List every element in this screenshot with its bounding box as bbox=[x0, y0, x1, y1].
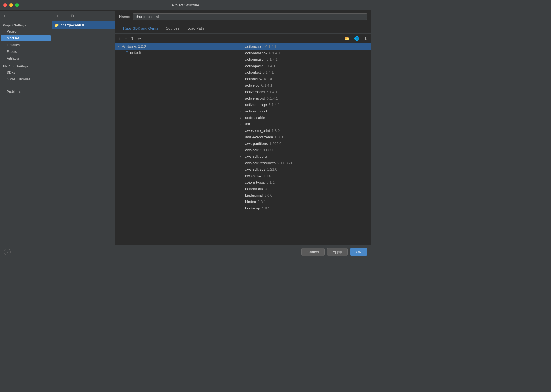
browser-icon[interactable]: 🌐 bbox=[353, 35, 361, 42]
tree-expand-arrow: ▾ bbox=[118, 45, 121, 48]
traffic-lights bbox=[3, 3, 19, 7]
gem-version: 2.11.350 bbox=[260, 148, 275, 152]
gem-item[interactable]: aws-sdk2.11.350 bbox=[236, 147, 371, 153]
gem-item[interactable]: ›ast bbox=[236, 121, 371, 127]
tree-remove-button[interactable]: − bbox=[123, 35, 128, 41]
gem-item[interactable]: activerecord6.1.4.1 bbox=[236, 95, 371, 102]
module-tree: + − ⇕ ⇔ ▾ ⊙ rbenv: 3.0.2 ☑ default bbox=[115, 34, 236, 245]
gem-version: 2.11.350 bbox=[277, 161, 292, 165]
gem-item[interactable]: actionmailer6.1.4.1 bbox=[236, 56, 371, 63]
tree-settings-button[interactable]: ⇔ bbox=[136, 35, 142, 42]
gem-item[interactable]: ›aws-sdk-core bbox=[236, 153, 371, 160]
tree-toolbar: + − ⇕ ⇔ bbox=[115, 34, 236, 43]
gem-name: actionmailbox bbox=[245, 51, 268, 55]
gem-item[interactable]: ›activesupport bbox=[236, 108, 371, 114]
gem-version: 1.0.3 bbox=[275, 135, 283, 139]
gem-item[interactable]: aws-sdk-sqs1.21.0 bbox=[236, 166, 371, 173]
sidebar-item-facets[interactable]: Facets bbox=[1, 49, 51, 55]
gem-name: addressable bbox=[245, 116, 265, 120]
gem-item[interactable]: aws-eventstream1.0.3 bbox=[236, 134, 371, 140]
gem-name: axiom-types bbox=[245, 180, 265, 184]
copy-module-button[interactable]: ⧉ bbox=[69, 13, 75, 19]
gem-expand-arrow: › bbox=[240, 123, 243, 126]
gem-item[interactable]: activemodel6.1.4.1 bbox=[236, 89, 371, 95]
name-input[interactable] bbox=[133, 13, 367, 20]
tree-item-rbenv[interactable]: ▾ ⊙ rbenv: 3.0.2 bbox=[115, 43, 236, 50]
sdk-label: rbenv: 3.0.2 bbox=[127, 44, 146, 49]
module-item-charge-central[interactable]: 📁 charge-central bbox=[52, 21, 115, 29]
subitem-label: default bbox=[130, 51, 141, 55]
gem-item[interactable]: axiom-types0.1.1 bbox=[236, 179, 371, 186]
gem-item[interactable]: actionview6.1.4.1 bbox=[236, 76, 371, 82]
gem-item[interactable]: aws-sdk-resources2.11.350 bbox=[236, 160, 371, 166]
gem-version: 1.8.0 bbox=[272, 129, 280, 133]
tab-ruby-sdk[interactable]: Ruby SDK and Gems bbox=[119, 24, 162, 33]
gem-version: 6.1.4.1 bbox=[265, 44, 277, 49]
gem-version: 0.1.1 bbox=[267, 180, 275, 184]
gem-version: 6.1.4.1 bbox=[263, 70, 274, 75]
back-arrow[interactable]: ‹ bbox=[3, 13, 6, 19]
sidebar-item-libraries[interactable]: Libraries bbox=[1, 42, 51, 48]
gem-version: 0.1.1 bbox=[265, 187, 273, 191]
checkbox-icon: ☑ bbox=[125, 51, 128, 55]
minimize-button[interactable] bbox=[9, 3, 13, 7]
gem-name: aws-partitions bbox=[245, 141, 268, 146]
gem-item[interactable]: actionmailbox6.1.4.1 bbox=[236, 50, 371, 56]
sidebar-item-project[interactable]: Project bbox=[1, 28, 51, 35]
gem-item[interactable]: actioncable6.1.4.1 bbox=[236, 43, 371, 50]
gem-name: actionview bbox=[245, 77, 262, 81]
gem-expand-arrow: › bbox=[240, 155, 243, 158]
gem-item[interactable]: actiontext6.1.4.1 bbox=[236, 69, 371, 76]
cancel-button[interactable]: Cancel bbox=[301, 248, 324, 256]
tab-sources[interactable]: Sources bbox=[162, 24, 183, 33]
gem-name: benchmark bbox=[245, 187, 263, 191]
gem-name: aws-sdk-core bbox=[245, 154, 267, 159]
module-panel: + − ⧉ 📁 charge-central bbox=[52, 11, 115, 245]
gem-item[interactable]: bindex0.8.1 bbox=[236, 199, 371, 205]
gem-name: aws-sdk bbox=[245, 148, 259, 152]
main-container: ‹ › Project Settings Project Modules Lib… bbox=[0, 11, 371, 245]
gem-item[interactable]: bigdecimal3.0.0 bbox=[236, 192, 371, 199]
open-folder-icon[interactable]: 📂 bbox=[343, 35, 351, 42]
gem-version: 6.1.4.1 bbox=[261, 83, 272, 87]
tab-load-path[interactable]: Load Path bbox=[183, 24, 208, 33]
remove-module-button[interactable]: − bbox=[62, 13, 68, 19]
gem-item[interactable]: aws-partitions1.205.0 bbox=[236, 140, 371, 147]
tree-align-button[interactable]: ⇕ bbox=[129, 35, 135, 42]
close-button[interactable] bbox=[3, 3, 7, 7]
gem-item[interactable]: benchmark0.1.1 bbox=[236, 186, 371, 192]
gem-name: bootsnap bbox=[245, 206, 260, 210]
gem-item[interactable]: ›addressable bbox=[236, 114, 371, 121]
gem-version: 6.1.4.1 bbox=[266, 90, 277, 94]
gem-item[interactable]: activestorage6.1.4.1 bbox=[236, 102, 371, 108]
sidebar-item-artifacts[interactable]: Artifacts bbox=[1, 55, 51, 62]
gem-name: actionmailer bbox=[245, 57, 265, 62]
gem-item[interactable]: activejob6.1.4.1 bbox=[236, 82, 371, 89]
gem-name: activerecord bbox=[245, 96, 265, 100]
name-label: Name: bbox=[119, 15, 130, 19]
sidebar-item-global-libraries[interactable]: Global Libraries bbox=[1, 76, 51, 82]
gem-name: bindex bbox=[245, 200, 256, 204]
download-icon[interactable]: ⬇ bbox=[363, 35, 369, 42]
apply-button[interactable]: Apply bbox=[327, 248, 348, 256]
gem-item[interactable]: actionpack6.1.4.1 bbox=[236, 63, 371, 69]
gem-version: 1.1.0 bbox=[263, 174, 271, 178]
tree-subitem-default[interactable]: ☑ default bbox=[115, 50, 236, 56]
gem-item[interactable]: aws-sigv41.1.0 bbox=[236, 173, 371, 179]
gem-expand-arrow: › bbox=[240, 116, 243, 120]
add-module-button[interactable]: + bbox=[54, 13, 60, 19]
forward-arrow[interactable]: › bbox=[8, 13, 12, 19]
sidebar-item-sdks[interactable]: SDKs bbox=[1, 69, 51, 76]
sidebar-item-modules[interactable]: Modules bbox=[1, 35, 51, 41]
sidebar-item-problems[interactable]: Problems bbox=[1, 89, 51, 95]
help-button[interactable]: ? bbox=[4, 249, 11, 255]
titlebar: Project Structure bbox=[0, 0, 371, 11]
gem-name: bigdecimal bbox=[245, 193, 263, 197]
tree-add-button[interactable]: + bbox=[118, 35, 122, 41]
project-settings-header: Project Settings bbox=[0, 21, 52, 28]
maximize-button[interactable] bbox=[15, 3, 19, 7]
gem-item[interactable]: awesome_print1.8.0 bbox=[236, 127, 371, 134]
ok-button[interactable]: OK bbox=[350, 248, 367, 256]
gem-item[interactable]: bootsnap1.8.1 bbox=[236, 205, 371, 211]
module-toolbar: + − ⧉ bbox=[52, 11, 115, 21]
